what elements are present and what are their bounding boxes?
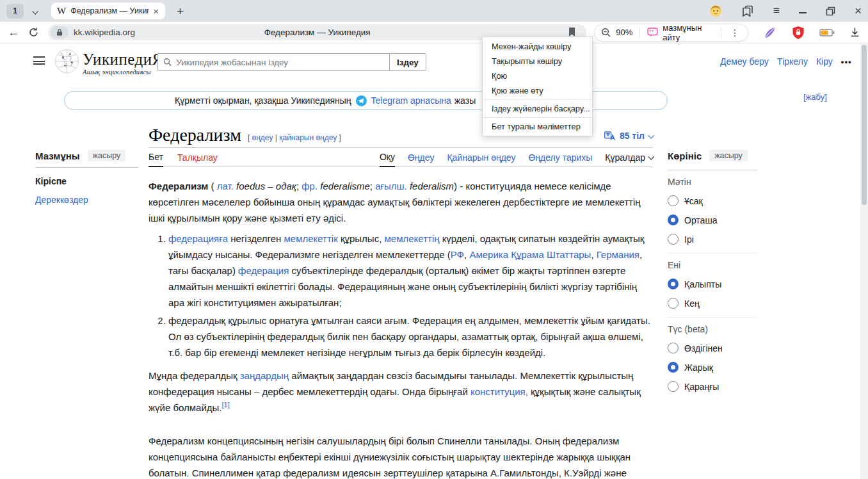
- wikipedia-globe-logo[interactable]: [54, 49, 79, 76]
- header-link[interactable]: Тіркелу: [777, 56, 808, 67]
- radio-label: Қараңғы: [684, 382, 719, 392]
- yandex-pen-extension-icon[interactable]: [763, 26, 777, 40]
- tab-count-button[interactable]: 1: [6, 4, 24, 19]
- radio-option[interactable]: Ұсақ: [668, 195, 757, 206]
- zoom-out-icon[interactable]: [601, 28, 611, 38]
- context-menu-item[interactable]: Іздеу жүйелерін басқару...: [483, 101, 592, 116]
- wiki-link[interactable]: мемлекеттік: [284, 233, 337, 244]
- search-box[interactable]: [157, 53, 389, 71]
- wiki-link[interactable]: конституция,: [470, 386, 528, 397]
- context-menu-item[interactable]: Тақырыпты көшіру: [483, 54, 592, 69]
- italic-text: federalisme: [320, 181, 370, 191]
- toc-item[interactable]: Кіріспе: [35, 176, 139, 186]
- radio-option[interactable]: Қараңғы: [668, 381, 757, 392]
- article-tab-Өңдеу[interactable]: Өңдеу: [408, 148, 434, 167]
- edit-source-link[interactable]: қайнарын өңдеу: [279, 133, 337, 142]
- radio-option[interactable]: Ірі: [668, 234, 757, 245]
- appearance-hide-button[interactable]: жасыру: [709, 150, 748, 161]
- radio-button[interactable]: [668, 362, 679, 373]
- zoom-level[interactable]: 90%: [616, 28, 632, 37]
- toc-title: Мазмұны: [35, 150, 80, 161]
- article-tab-Өңделу тарихы[interactable]: Өңделу тарихы: [528, 148, 592, 167]
- more-tools-kebab-icon[interactable]: ⋮: [728, 28, 741, 38]
- header-link[interactable]: Демеу беру: [720, 56, 769, 67]
- wiki-link[interactable]: Америка Құрама Штаттары: [469, 249, 591, 260]
- article-tab-Бет[interactable]: Бет: [149, 148, 163, 167]
- radio-button[interactable]: [668, 215, 679, 225]
- tab-close-icon[interactable]: ×: [153, 6, 159, 16]
- header-link[interactable]: Кіру: [816, 56, 833, 67]
- window-restore-button[interactable]: [826, 6, 835, 16]
- radio-button[interactable]: [668, 381, 679, 392]
- article-tabs: БетТалқылау ОқуӨңдеуҚайнарын өңдеуӨңделу…: [149, 148, 653, 167]
- wiki-link[interactable]: федерацияға: [168, 233, 228, 244]
- reload-button[interactable]: [28, 27, 39, 38]
- banner-telegram-link[interactable]: Telegram арнасына: [371, 95, 451, 106]
- wiki-link[interactable]: федерация: [238, 265, 289, 276]
- downloads-icon[interactable]: [849, 27, 860, 38]
- back-button[interactable]: ←: [8, 26, 19, 39]
- wiki-link[interactable]: РФ: [451, 249, 464, 260]
- main-menu-hamburger-icon[interactable]: [33, 56, 45, 65]
- wiki-link[interactable]: заңдардың: [240, 370, 289, 381]
- browser-menu-icon[interactable]: ≡: [773, 4, 780, 17]
- edit-link[interactable]: өңдеу: [252, 133, 273, 142]
- context-menu-item[interactable]: Қою және өту: [483, 83, 592, 98]
- read-aloud-icon[interactable]: [647, 28, 658, 37]
- radio-button[interactable]: [668, 234, 679, 245]
- wikipedia-wordmark[interactable]: УикипедиЯ Ашық энциклопедиясы: [83, 51, 163, 76]
- radio-button[interactable]: [668, 279, 679, 289]
- context-menu-item[interactable]: Мекен-жайды көшіру: [483, 39, 592, 54]
- more-options-ellipsis[interactable]: •••: [841, 57, 852, 67]
- title-edit-links: [ өңдеу | қайнарын өңдеу ]: [248, 133, 341, 142]
- search-button[interactable]: Іздеу: [389, 53, 426, 71]
- tab-list-chevron-icon[interactable]: [33, 5, 37, 17]
- article-title: Федерализм: [149, 126, 241, 145]
- context-menu-item[interactable]: Қою: [483, 69, 592, 83]
- appearance-title: Көрініс: [668, 150, 702, 161]
- bookmarks-panel-icon[interactable]: [741, 4, 754, 17]
- scrollbar-thumb[interactable]: [862, 45, 867, 205]
- wiki-link[interactable]: лат.: [217, 181, 234, 191]
- article-tab-Құралдар[interactable]: Құралдар: [605, 148, 653, 167]
- wiki-link[interactable]: ағылш.: [375, 181, 407, 191]
- appearance-section-label: Түс (beta): [668, 317, 757, 334]
- radio-option[interactable]: Кең: [668, 298, 757, 309]
- radio-button[interactable]: [668, 298, 679, 309]
- new-tab-button[interactable]: +: [177, 5, 184, 17]
- radio-option[interactable]: Өздігінен: [668, 343, 757, 353]
- reference-link[interactable]: [1]: [222, 401, 230, 409]
- article-content: Федерализм [ өңдеу | қайнарын өңдеу ] 85…: [149, 126, 653, 479]
- radio-button[interactable]: [668, 195, 679, 206]
- radio-option[interactable]: Орташа: [668, 215, 757, 225]
- language-selector-button[interactable]: 85 тіл: [604, 131, 653, 141]
- page-scrollbar[interactable]: [860, 44, 868, 479]
- context-menu-item[interactable]: Бет туралы мәліметтер: [483, 119, 592, 134]
- article-tab-Оқу[interactable]: Оқу: [380, 148, 395, 167]
- chevron-down-icon: [648, 132, 654, 138]
- language-icon: [604, 131, 616, 141]
- browser-tab-active[interactable]: W Федерализм — Уикипе ×: [51, 3, 165, 19]
- personal-links: Демеу беруТіркелуКіру •••: [720, 56, 851, 67]
- article-tab-Талқылау[interactable]: Талқылау: [177, 148, 218, 167]
- search-input[interactable]: [176, 58, 384, 67]
- toc-hide-button[interactable]: жасыру: [88, 150, 126, 161]
- battery-icon[interactable]: [819, 28, 835, 37]
- telegram-icon: [356, 95, 367, 106]
- wiki-link[interactable]: фр.: [301, 181, 317, 191]
- appearance-panel: Көрініс жасыру МәтінҰсақОрташаІріЕніҚалы…: [668, 150, 757, 392]
- italic-text: одақ: [276, 181, 296, 191]
- toc-item[interactable]: Дереккөздер: [35, 195, 139, 205]
- radio-option[interactable]: Қалыпты: [668, 279, 757, 289]
- radio-label: Орташа: [684, 215, 717, 225]
- protect-shield-icon[interactable]: [792, 26, 805, 40]
- radio-button[interactable]: [668, 343, 679, 353]
- profile-avatar[interactable]: [709, 4, 722, 17]
- window-close-button[interactable]: ×: [855, 4, 862, 18]
- read-aloud-button[interactable]: мазмұнын айту: [663, 23, 714, 42]
- banner-close-link[interactable]: [жабу]: [803, 92, 827, 102]
- article-tab-Қайнарын өңдеу[interactable]: Қайнарын өңдеу: [447, 148, 515, 167]
- radio-option[interactable]: Жарық: [668, 362, 757, 373]
- wiki-link[interactable]: мемлекеттің: [385, 233, 440, 244]
- wiki-link[interactable]: Германия: [597, 249, 639, 260]
